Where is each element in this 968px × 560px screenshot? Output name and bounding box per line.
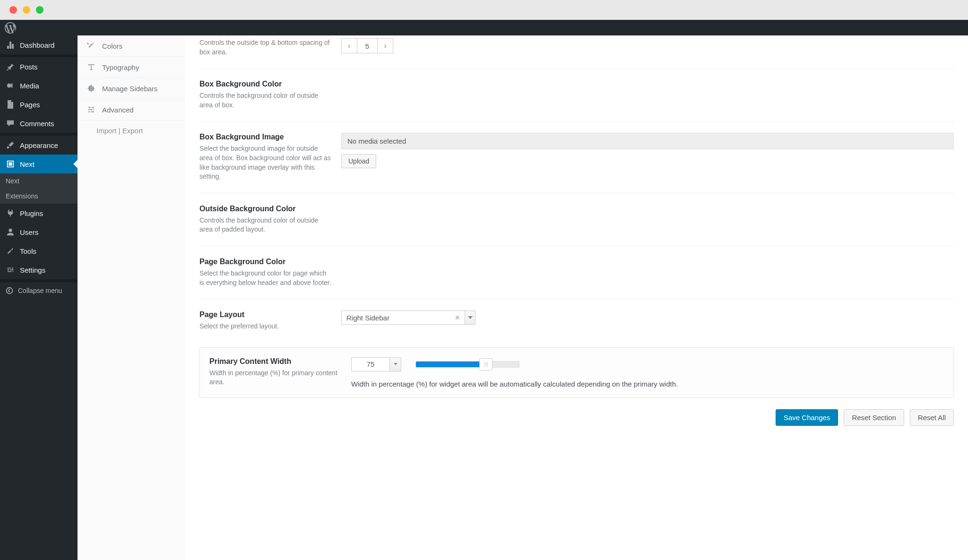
setting-page-bg-color: Page Background Color Select the backgro… [199,246,954,299]
submenu-extensions[interactable]: Extensions [0,189,78,204]
tab-colors[interactable]: Colors [78,35,185,57]
chevron-left-icon: ‹ [348,42,350,50]
menu-pages[interactable]: Pages [0,95,78,114]
setting-title: Outside Background Color [199,205,332,213]
chevron-down-icon[interactable] [389,358,401,371]
setting-title: Box Background Image [199,133,332,141]
primary-width-slider[interactable] [415,361,519,368]
menu-label: Settings [20,266,45,274]
setting-box-spacing: Controls the outside top & bottom spacin… [199,35,954,69]
tab-label: Manage Sidebars [102,85,158,93]
import-export-label: Import | Export [96,127,143,135]
collapse-label: Collapse menu [18,287,62,294]
dashboard-icon [6,40,15,50]
save-button[interactable]: Save Changes [776,409,838,426]
setting-box-bg-image: Box Background Image Select the backgrou… [199,121,954,193]
setting-box-bg-color: Box Background Color Controls the backgr… [199,69,954,121]
user-icon [6,227,15,237]
plug-icon [6,208,15,218]
setting-desc: Select the background color for page whi… [199,269,332,287]
chevron-right-icon: › [384,42,386,50]
wordpress-logo-icon[interactable] [5,22,16,34]
wp-admin-sidebar: Dashboard Posts Media Pages Comments [0,35,78,560]
menu-media[interactable]: Media [0,76,78,95]
menu-users[interactable]: Users [0,223,78,241]
menu-label: Posts [20,63,38,71]
comment-icon [6,119,15,128]
svg-rect-2 [9,163,11,165]
tab-typography[interactable]: Typography [78,57,185,78]
brush-icon [6,140,15,150]
menu-appearance[interactable]: Appearance [0,136,78,155]
setting-desc: Controls the background color of outside… [199,216,332,234]
typography-icon [87,63,95,71]
menu-next-submenu: Next Extensions [0,173,78,204]
spinner-increment[interactable]: › [378,39,393,53]
svg-point-3 [9,229,12,232]
window-zoom-icon[interactable] [36,6,43,14]
wp-admin-bar [0,20,968,35]
select-value: Right Sidebar [346,314,389,322]
gear-icon [87,84,95,93]
setting-desc: Select the background image for outside … [199,144,332,181]
window-titlebar [0,0,968,20]
setting-outside-bg-color: Outside Background Color Controls the ba… [199,193,954,246]
menu-label: Next [20,160,35,168]
menu-next[interactable]: Next [0,155,78,173]
menu-plugins[interactable]: Plugins [0,204,78,223]
menu-label: Dashboard [20,41,54,49]
reset-section-button[interactable]: Reset Section [844,409,904,426]
svg-point-4 [7,288,13,294]
settings-panel: Controls the outside top & bottom spacin… [185,35,968,560]
equalizer-icon [87,105,95,114]
setting-primary-content-width-highlighted: Primary Content Width Width in percentag… [199,347,954,398]
setting-page-layout: Page Layout Select the preferred layout.… [199,299,954,343]
menu-settings[interactable]: Settings [0,260,78,279]
tab-advanced[interactable]: Advanced [78,99,185,121]
setting-desc: Select the preferred layout. [199,322,332,331]
page-icon [6,100,15,109]
spinner-decrement[interactable]: ‹ [342,39,357,53]
setting-title: Box Background Color [199,80,332,88]
primary-width-input[interactable] [351,357,401,371]
window-close-icon[interactable] [9,6,17,14]
chevron-down-icon[interactable] [465,310,475,325]
next-icon [6,159,15,169]
wrench-icon [6,246,15,256]
page-layout-select[interactable]: Right Sidebar × [341,310,475,325]
menu-label: Comments [20,120,54,128]
slider-thumb[interactable] [479,358,493,370]
submenu-next[interactable]: Next [0,173,78,189]
sliders-icon [6,265,15,275]
setting-desc: Width in percentage (%) for primary cont… [209,369,342,387]
widget-area-note: Width in percentage (%) for widget area … [351,380,944,388]
menu-label: Tools [20,247,36,255]
setting-desc: Controls the background color of outside… [199,91,332,110]
spinner-value[interactable]: 5 [357,39,378,53]
primary-width-value-input[interactable] [352,358,389,371]
wand-icon [87,42,95,50]
collapse-menu[interactable]: Collapse menu [0,282,78,299]
media-display: No media selected [341,133,954,149]
menu-comments[interactable]: Comments [0,114,78,133]
menu-dashboard[interactable]: Dashboard [0,35,78,54]
box-spacing-spinner: ‹ 5 › [341,38,393,53]
window-minimize-icon[interactable] [23,6,30,14]
reset-all-button[interactable]: Reset All [910,409,954,426]
menu-tools[interactable]: Tools [0,241,78,260]
collapse-icon [6,287,13,294]
menu-label: Plugins [20,209,43,217]
import-export-link[interactable]: Import | Export [78,121,185,141]
slider-track[interactable] [415,361,519,368]
tab-manage-sidebars[interactable]: Manage Sidebars [78,78,185,99]
theme-options-sidebar: Colors Typography Manage Sidebars Advanc… [78,35,185,560]
menu-label: Users [20,228,38,236]
tab-label: Typography [102,63,139,71]
upload-button[interactable]: Upload [341,154,376,168]
menu-posts[interactable]: Posts [0,57,78,76]
setting-title: Page Layout [199,310,332,319]
menu-label: Pages [20,101,40,109]
tab-label: Advanced [102,106,134,114]
pin-icon [6,62,15,71]
clear-icon[interactable]: × [455,313,460,323]
